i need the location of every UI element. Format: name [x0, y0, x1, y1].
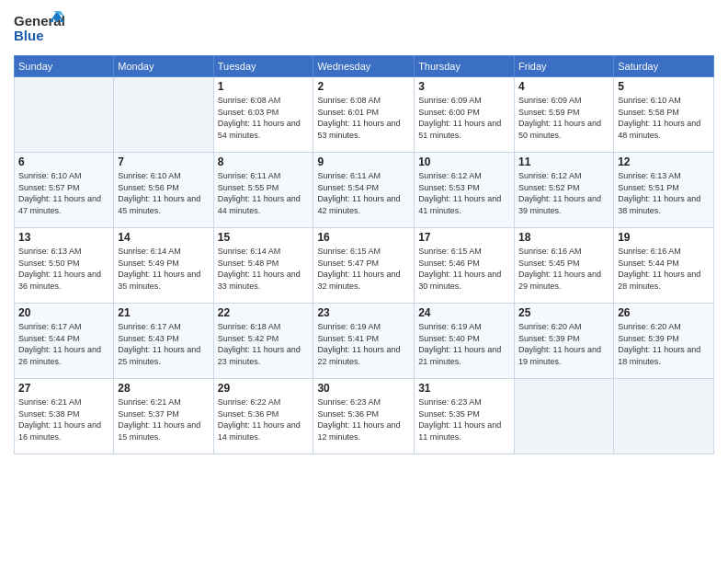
- day-info: Sunrise: 6:11 AM Sunset: 5:54 PM Dayligh…: [317, 170, 410, 216]
- day-info: Sunrise: 6:16 AM Sunset: 5:45 PM Dayligh…: [518, 246, 609, 292]
- day-info: Sunrise: 6:16 AM Sunset: 5:44 PM Dayligh…: [618, 246, 710, 292]
- empty-cell: [515, 379, 614, 454]
- weekday-friday: Friday: [515, 56, 614, 77]
- day-cell-22: 22Sunrise: 6:18 AM Sunset: 5:42 PM Dayli…: [213, 304, 313, 379]
- day-number: 21: [118, 306, 209, 319]
- empty-cell: [114, 77, 213, 153]
- day-cell-19: 19Sunrise: 6:16 AM Sunset: 5:44 PM Dayli…: [614, 228, 714, 304]
- day-cell-27: 27Sunrise: 6:21 AM Sunset: 5:38 PM Dayli…: [15, 379, 114, 454]
- day-number: 15: [218, 231, 310, 244]
- day-info: Sunrise: 6:15 AM Sunset: 5:46 PM Dayligh…: [418, 246, 510, 292]
- day-number: 25: [518, 306, 609, 319]
- day-info: Sunrise: 6:10 AM Sunset: 5:58 PM Dayligh…: [618, 95, 710, 141]
- day-cell-24: 24Sunrise: 6:19 AM Sunset: 5:40 PM Dayli…: [415, 304, 515, 379]
- day-number: 14: [118, 231, 209, 244]
- day-cell-17: 17Sunrise: 6:15 AM Sunset: 5:46 PM Dayli…: [415, 228, 515, 304]
- day-number: 6: [18, 155, 109, 168]
- empty-cell: [614, 379, 714, 454]
- day-info: Sunrise: 6:13 AM Sunset: 5:50 PM Dayligh…: [18, 246, 109, 292]
- day-info: Sunrise: 6:08 AM Sunset: 6:01 PM Dayligh…: [317, 95, 410, 141]
- day-cell-31: 31Sunrise: 6:23 AM Sunset: 5:35 PM Dayli…: [415, 379, 515, 454]
- day-cell-15: 15Sunrise: 6:14 AM Sunset: 5:48 PM Dayli…: [213, 228, 313, 304]
- day-info: Sunrise: 6:14 AM Sunset: 5:49 PM Dayligh…: [118, 246, 209, 292]
- day-cell-25: 25Sunrise: 6:20 AM Sunset: 5:39 PM Dayli…: [515, 304, 614, 379]
- day-number: 19: [618, 231, 710, 244]
- week-row-4: 20Sunrise: 6:17 AM Sunset: 5:44 PM Dayli…: [15, 304, 714, 379]
- day-info: Sunrise: 6:09 AM Sunset: 5:59 PM Dayligh…: [518, 95, 609, 141]
- day-info: Sunrise: 6:10 AM Sunset: 5:56 PM Dayligh…: [118, 170, 209, 216]
- day-cell-23: 23Sunrise: 6:19 AM Sunset: 5:41 PM Dayli…: [313, 304, 415, 379]
- day-cell-21: 21Sunrise: 6:17 AM Sunset: 5:43 PM Dayli…: [114, 304, 213, 379]
- day-info: Sunrise: 6:13 AM Sunset: 5:51 PM Dayligh…: [618, 170, 710, 216]
- weekday-saturday: Saturday: [614, 56, 714, 77]
- day-cell-9: 9Sunrise: 6:11 AM Sunset: 5:54 PM Daylig…: [313, 153, 415, 228]
- day-number: 27: [18, 382, 109, 395]
- svg-text:Blue: Blue: [14, 28, 44, 43]
- day-info: Sunrise: 6:23 AM Sunset: 5:36 PM Dayligh…: [317, 396, 410, 442]
- day-cell-7: 7Sunrise: 6:10 AM Sunset: 5:56 PM Daylig…: [114, 153, 213, 228]
- day-cell-1: 1Sunrise: 6:08 AM Sunset: 6:03 PM Daylig…: [213, 77, 313, 153]
- weekday-header-row: SundayMondayTuesdayWednesdayThursdayFrid…: [15, 56, 714, 77]
- calendar-container: General Blue SundayMondayTuesdayWednesda…: [0, 0, 728, 563]
- day-cell-10: 10Sunrise: 6:12 AM Sunset: 5:53 PM Dayli…: [415, 153, 515, 228]
- day-number: 24: [418, 306, 510, 319]
- day-info: Sunrise: 6:22 AM Sunset: 5:36 PM Dayligh…: [218, 396, 310, 442]
- day-info: Sunrise: 6:20 AM Sunset: 5:39 PM Dayligh…: [618, 321, 710, 367]
- day-info: Sunrise: 6:08 AM Sunset: 6:03 PM Dayligh…: [218, 95, 310, 141]
- day-cell-18: 18Sunrise: 6:16 AM Sunset: 5:45 PM Dayli…: [515, 228, 614, 304]
- day-info: Sunrise: 6:19 AM Sunset: 5:41 PM Dayligh…: [317, 321, 410, 367]
- day-number: 2: [317, 80, 410, 93]
- week-row-2: 6Sunrise: 6:10 AM Sunset: 5:57 PM Daylig…: [15, 153, 714, 228]
- day-cell-11: 11Sunrise: 6:12 AM Sunset: 5:52 PM Dayli…: [515, 153, 614, 228]
- day-info: Sunrise: 6:12 AM Sunset: 5:52 PM Dayligh…: [518, 170, 609, 216]
- weekday-tuesday: Tuesday: [213, 56, 313, 77]
- day-number: 8: [218, 155, 310, 168]
- day-cell-26: 26Sunrise: 6:20 AM Sunset: 5:39 PM Dayli…: [614, 304, 714, 379]
- header: General Blue: [14, 9, 714, 48]
- day-number: 13: [18, 231, 109, 244]
- day-cell-3: 3Sunrise: 6:09 AM Sunset: 6:00 PM Daylig…: [415, 77, 515, 153]
- day-number: 28: [118, 382, 209, 395]
- day-cell-28: 28Sunrise: 6:21 AM Sunset: 5:37 PM Dayli…: [114, 379, 213, 454]
- day-number: 20: [18, 306, 109, 319]
- day-info: Sunrise: 6:10 AM Sunset: 5:57 PM Dayligh…: [18, 170, 109, 216]
- day-info: Sunrise: 6:21 AM Sunset: 5:37 PM Dayligh…: [118, 396, 209, 442]
- weekday-sunday: Sunday: [15, 56, 114, 77]
- day-info: Sunrise: 6:09 AM Sunset: 6:00 PM Dayligh…: [418, 95, 510, 141]
- day-info: Sunrise: 6:18 AM Sunset: 5:42 PM Dayligh…: [218, 321, 310, 367]
- day-info: Sunrise: 6:23 AM Sunset: 5:35 PM Dayligh…: [418, 396, 510, 442]
- day-number: 10: [418, 155, 510, 168]
- day-number: 4: [518, 80, 609, 93]
- day-number: 7: [118, 155, 209, 168]
- day-info: Sunrise: 6:21 AM Sunset: 5:38 PM Dayligh…: [18, 396, 109, 442]
- day-info: Sunrise: 6:14 AM Sunset: 5:48 PM Dayligh…: [218, 246, 310, 292]
- day-number: 17: [418, 231, 510, 244]
- day-cell-12: 12Sunrise: 6:13 AM Sunset: 5:51 PM Dayli…: [614, 153, 714, 228]
- day-cell-20: 20Sunrise: 6:17 AM Sunset: 5:44 PM Dayli…: [15, 304, 114, 379]
- day-number: 31: [418, 382, 510, 395]
- weekday-thursday: Thursday: [415, 56, 515, 77]
- logo: General Blue: [14, 9, 64, 48]
- day-cell-13: 13Sunrise: 6:13 AM Sunset: 5:50 PM Dayli…: [15, 228, 114, 304]
- day-number: 1: [218, 80, 310, 93]
- day-number: 26: [618, 306, 710, 319]
- day-number: 18: [518, 231, 609, 244]
- day-number: 29: [218, 382, 310, 395]
- day-info: Sunrise: 6:17 AM Sunset: 5:44 PM Dayligh…: [18, 321, 109, 367]
- week-row-3: 13Sunrise: 6:13 AM Sunset: 5:50 PM Dayli…: [15, 228, 714, 304]
- day-number: 9: [317, 155, 410, 168]
- calendar-table: SundayMondayTuesdayWednesdayThursdayFrid…: [14, 55, 714, 454]
- day-number: 30: [317, 382, 410, 395]
- day-number: 12: [618, 155, 710, 168]
- day-cell-30: 30Sunrise: 6:23 AM Sunset: 5:36 PM Dayli…: [313, 379, 415, 454]
- day-cell-8: 8Sunrise: 6:11 AM Sunset: 5:55 PM Daylig…: [213, 153, 313, 228]
- day-info: Sunrise: 6:15 AM Sunset: 5:47 PM Dayligh…: [317, 246, 410, 292]
- day-cell-14: 14Sunrise: 6:14 AM Sunset: 5:49 PM Dayli…: [114, 228, 213, 304]
- day-info: Sunrise: 6:20 AM Sunset: 5:39 PM Dayligh…: [518, 321, 609, 367]
- day-info: Sunrise: 6:19 AM Sunset: 5:40 PM Dayligh…: [418, 321, 510, 367]
- day-number: 22: [218, 306, 310, 319]
- day-info: Sunrise: 6:12 AM Sunset: 5:53 PM Dayligh…: [418, 170, 510, 216]
- empty-cell: [15, 77, 114, 153]
- day-number: 11: [518, 155, 609, 168]
- day-number: 16: [317, 231, 410, 244]
